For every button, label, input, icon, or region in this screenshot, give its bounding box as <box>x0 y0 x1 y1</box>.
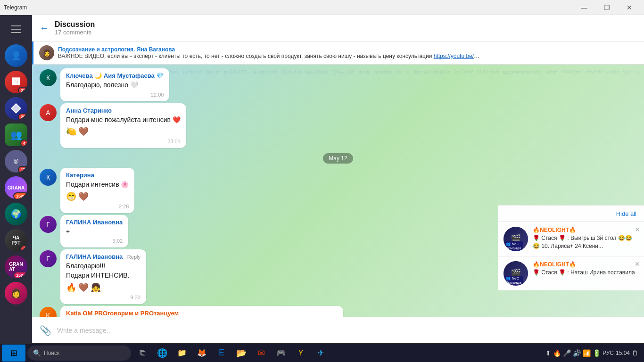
notification-avatar: 🎬 👥 NeCКоманда <box>504 261 528 286</box>
avatar: Г <box>40 250 57 267</box>
reply-tag[interactable]: Reply <box>127 254 140 260</box>
message-emojis: 🍋🤎 <box>66 126 181 137</box>
notification-avatar: 🎬 👥 NeCКоманда <box>504 227 528 251</box>
start-button[interactable]: ⊞ <box>2 345 25 362</box>
avatar: К <box>40 169 57 186</box>
taskbar-app-7[interactable]: 🎮 <box>272 345 290 362</box>
message-author: Ключева 🌙 Аия Мустафаєва 💎 <box>66 72 164 79</box>
taskbar-app-9[interactable]: ✈ <box>311 345 330 362</box>
notification-body: 🔥NEOLIGHT🔥 🌹 Стася 🌹 : Выигрыш 3й стол 😂… <box>533 227 638 250</box>
message-author: ГАЛИНА Ивановна Reply <box>66 253 140 260</box>
close-button[interactable]: ✕ <box>619 0 640 15</box>
message-text: Подари мне пожалуйста интенсив ❤️ <box>66 115 181 125</box>
minimize-button[interactable]: — <box>573 0 595 15</box>
sidebar-item-channel-1[interactable]: 🅽 32 <box>5 71 27 93</box>
message-bubble: ГАЛИНА Ивановна + 9:02 <box>60 215 128 248</box>
avatar: Г <box>40 216 57 233</box>
svg-rect-1 <box>11 29 21 30</box>
message-author: Katia ОМ PROговорим и PROтанцуем <box>66 310 338 317</box>
main-window: Telegram — ❐ ✕ 👤 🅽 32 <box>0 0 644 362</box>
sidebar-item-profile[interactable]: 👤 <box>5 44 27 67</box>
taskbar-app-6[interactable]: ✉ <box>252 345 271 362</box>
pinned-avatar: 👩 <box>39 45 54 60</box>
back-button[interactable]: ← <box>40 23 49 33</box>
main-panel: ← Discussion 17 comments 👩 Подсознание и… <box>32 15 644 343</box>
notification-text: 🌹 Стася 🌹 : Выигрыш 3й стол 😂😂😂 10. Лари… <box>533 234 638 250</box>
pinned-link[interactable]: https://youtu.be/FZMCsNJ9VxI?si=aCqQgB4P… <box>434 53 482 59</box>
notification-card[interactable]: 🎬 👥 NeCКоманда 🔥NEOLIGHT🔥 🌹 Стася 🌹 : На… <box>498 256 644 290</box>
notification-text: 🌹 Стася 🌹 : Наташ Ирина поставила <box>533 269 638 277</box>
message-bubble: Ключева 🌙 Аия Мустафаєва 💎 Благодарю, по… <box>60 68 169 101</box>
tray-icon-3: 🎤 <box>563 349 571 357</box>
taskbar-app-3[interactable]: 🦊 <box>192 345 211 362</box>
message-text: Подари интенсив 🌸 <box>66 180 129 189</box>
sidebar-item-channel-4[interactable]: @ 17 <box>5 150 27 173</box>
message-emojis: 😁🤎 <box>66 191 129 202</box>
maximize-button[interactable]: ❐ <box>596 0 618 15</box>
date-divider: May 12 <box>40 154 636 162</box>
sidebar: 👤 🅽 32 25 👥 4 @ 17 GRANA <box>0 15 32 343</box>
message-author: Катерина <box>66 172 129 179</box>
search-label: Поиск <box>44 350 59 356</box>
svg-rect-0 <box>11 25 21 26</box>
chat-subtitle: 17 comments <box>55 29 636 36</box>
taskbar: ⊞ 🔍 Поиск ⧉ 🌐 📁 🦊 E 📂 ✉ 🎮 Y ✈ ⬆ 🔥 🎤 🔊 📶 … <box>0 343 644 362</box>
title-bar: Telegram — ❐ ✕ <box>0 0 644 15</box>
taskview-button[interactable]: ⧉ <box>133 345 152 362</box>
message-row: K Katia ОМ PROговорим и PROтанцуем Я бла… <box>40 306 636 317</box>
title-bar-controls: — ❐ ✕ <box>573 0 640 15</box>
pinned-message[interactable]: 👩 Подсознание и астрология. Яна Ваганова… <box>32 41 644 65</box>
taskbar-search[interactable]: 🔍 Поиск <box>27 346 131 361</box>
sidebar-item-channel-5[interactable]: GRANA 1520 <box>5 176 27 199</box>
taskbar-app-4[interactable]: E <box>212 345 231 362</box>
notification-body: 🔥NEOLIGHT🔥 🌹 Стася 🌹 : Наташ Ирина поста… <box>533 261 638 277</box>
message-row: К Ключева 🌙 Аия Мустафаєва 💎 Благодарю, … <box>40 68 636 101</box>
sidebar-item-channel-2[interactable]: 25 <box>5 97 27 120</box>
message-time: 2:28 <box>66 204 129 209</box>
svg-rect-2 <box>11 32 21 33</box>
message-row: А Анна Старинко Подари мне пожалуйста ин… <box>40 103 636 148</box>
notification-channel: 🔥NEOLIGHT🔥 <box>533 227 638 233</box>
message-text: Благодарю!!!Подари ИНТЕНСИВ. <box>66 262 140 280</box>
notification-card[interactable]: 🎬 👥 NeCКоманда 🔥NEOLIGHT🔥 🌹 Стася 🌹 : Вы… <box>498 222 644 256</box>
hide-all-button[interactable]: Hide all <box>616 210 636 217</box>
taskbar-app-1[interactable]: 🌐 <box>153 345 172 362</box>
sidebar-item-channel-6[interactable]: 🌍 <box>5 203 27 225</box>
taskbar-app-5[interactable]: 📂 <box>232 345 251 362</box>
chat-header: ← Discussion 17 comments <box>32 15 644 41</box>
sidebar-item-channel-8[interactable]: GRANAT 1527 <box>5 255 27 278</box>
message-time: 9:30 <box>66 295 140 300</box>
tray-icon-1: ⬆ <box>545 349 551 357</box>
message-text: Благодарю, полезно 🤍 <box>66 81 164 90</box>
notification-close-button[interactable]: ✕ <box>635 260 640 268</box>
taskbar-app-2[interactable]: 📁 <box>173 345 191 362</box>
tray-icon-7: 🗒 <box>632 349 638 357</box>
sidebar-item-channel-3[interactable]: 👥 4 <box>5 123 27 146</box>
chat-title: Discussion <box>55 20 636 29</box>
header-info: Discussion 17 comments <box>55 20 636 36</box>
message-author: Анна Старинко <box>66 107 181 114</box>
notification-close-button[interactable]: ✕ <box>635 226 640 233</box>
pinned-message-text: ВАЖНОЕ ВИДЕО, если вы - эксперт - клиент… <box>58 53 482 59</box>
message-text: + <box>66 227 123 237</box>
taskbar-tray: ⬆ 🔥 🎤 🔊 📶 🔋 РУС 15:04 🗒 <box>545 349 642 357</box>
message-input[interactable] <box>57 327 636 334</box>
avatar: А <box>40 104 57 121</box>
message-bubble: Анна Старинко Подари мне пожалуйста инте… <box>60 103 186 148</box>
sidebar-item-channel-7[interactable]: ЧАРУТ 4 <box>5 229 27 252</box>
window-title: Telegram <box>4 4 27 11</box>
clock-time: 15:04 <box>616 350 630 356</box>
message-time: 23:01 <box>66 139 181 144</box>
notification-panel: Hide all 🎬 👥 NeCКоманда 🔥NEOLIGHT🔥 <box>498 205 644 290</box>
sidebar-item-channel-9[interactable]: 👩 <box>5 282 27 304</box>
attach-button[interactable]: 📎 <box>40 325 51 336</box>
chat-area[interactable]: cos2x=(√3-1)/2 · f(x)=√x · ∫₀¹ x²dx = 1/… <box>32 65 644 317</box>
notification-channel: 🔥NEOLIGHT🔥 <box>533 261 638 268</box>
taskbar-icons: ⧉ 🌐 📁 🦊 E 📂 ✉ 🎮 Y ✈ <box>133 345 544 362</box>
hamburger-menu[interactable] <box>6 19 26 40</box>
taskbar-app-8[interactable]: Y <box>291 345 310 362</box>
avatar: К <box>40 69 57 86</box>
message-author: ГАЛИНА Ивановна <box>66 219 123 226</box>
language-indicator: РУС <box>603 350 614 356</box>
app: 👤 🅽 32 25 👥 4 @ 17 GRANA <box>0 15 644 343</box>
